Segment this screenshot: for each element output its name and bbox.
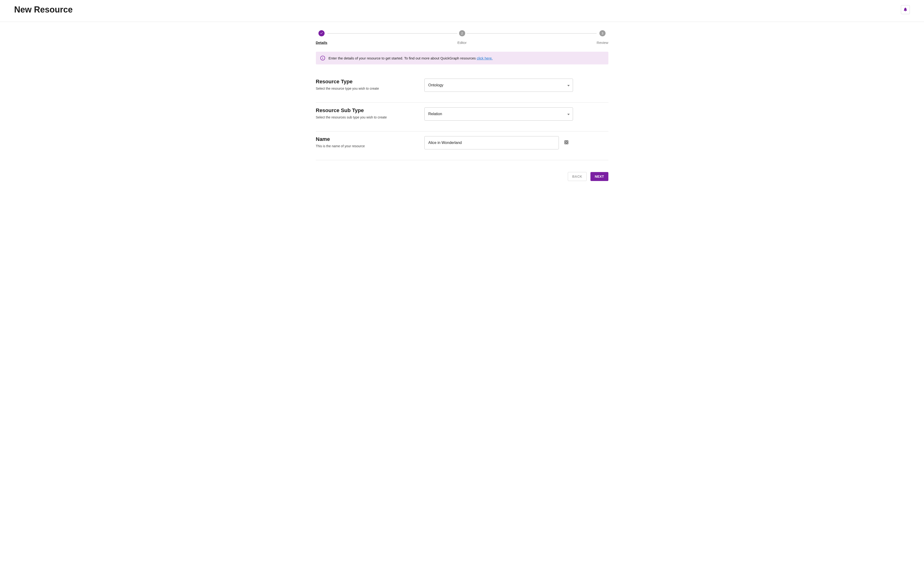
info-link[interactable]: click here. (477, 56, 493, 60)
info-icon (320, 56, 325, 61)
label-col-resource-subtype: Resource Sub Type Select the resources s… (316, 107, 424, 120)
step-editor[interactable]: 2 Editor (458, 30, 466, 45)
label-title-name: Name (316, 136, 424, 142)
step-review[interactable]: 3 Review (597, 30, 608, 45)
svg-point-6 (566, 142, 567, 143)
label-desc-name: This is the name of your resource (316, 144, 424, 148)
input-col-name (424, 136, 608, 149)
svg-point-5 (567, 141, 568, 142)
back-button[interactable]: Back (568, 172, 586, 181)
label-title-resource-subtype: Resource Sub Type (316, 107, 424, 113)
label-col-resource-type: Resource Type Select the resource type y… (316, 78, 424, 92)
check-icon (320, 32, 323, 35)
randomize-button[interactable] (564, 140, 569, 146)
step-circle-review: 3 (599, 30, 606, 36)
label-desc-resource-type: Select the resource type you wish to cre… (316, 87, 424, 90)
info-text: Enter the details of your resource to ge… (328, 56, 493, 60)
info-banner: Enter the details of your resource to ge… (316, 52, 608, 65)
step-label-editor: Editor (458, 41, 466, 45)
next-button[interactable]: Next (591, 172, 608, 181)
svg-point-7 (565, 143, 566, 143)
bell-icon (903, 7, 908, 12)
step-label-review: Review (597, 41, 608, 45)
label-col-name: Name This is the name of your resource (316, 136, 424, 149)
section-name: Name This is the name of your resource (316, 131, 608, 160)
label-desc-resource-subtype: Select the resources sub type you wish t… (316, 116, 424, 119)
info-text-content: Enter the details of your resource to ge… (328, 56, 477, 60)
dice-icon (564, 140, 569, 146)
content: Enter the details of your resource to ge… (302, 52, 622, 190)
page-header: New Resource (0, 0, 924, 22)
page-title: New Resource (14, 5, 73, 15)
step-circle-editor: 2 (459, 30, 465, 36)
resource-subtype-select[interactable]: Relation (424, 107, 573, 120)
footer-buttons: Back Next (316, 160, 608, 181)
step-label-details: Details (316, 41, 327, 45)
notifications-button[interactable] (901, 5, 910, 14)
section-resource-type: Resource Type Select the resource type y… (316, 74, 608, 103)
resource-type-value: Ontology (424, 78, 573, 92)
stepper: Details 2 Editor 3 Review (302, 22, 622, 52)
step-circle-details (318, 30, 325, 36)
name-input[interactable] (424, 136, 559, 149)
resource-subtype-value: Relation (424, 107, 573, 120)
input-col-resource-type: Ontology (424, 78, 608, 92)
step-details[interactable]: Details (316, 30, 327, 45)
svg-point-4 (565, 141, 566, 142)
input-col-resource-subtype: Relation (424, 107, 608, 120)
svg-point-8 (567, 143, 568, 143)
section-resource-subtype: Resource Sub Type Select the resources s… (316, 103, 608, 131)
label-title-resource-type: Resource Type (316, 78, 424, 85)
resource-type-select[interactable]: Ontology (424, 78, 573, 92)
